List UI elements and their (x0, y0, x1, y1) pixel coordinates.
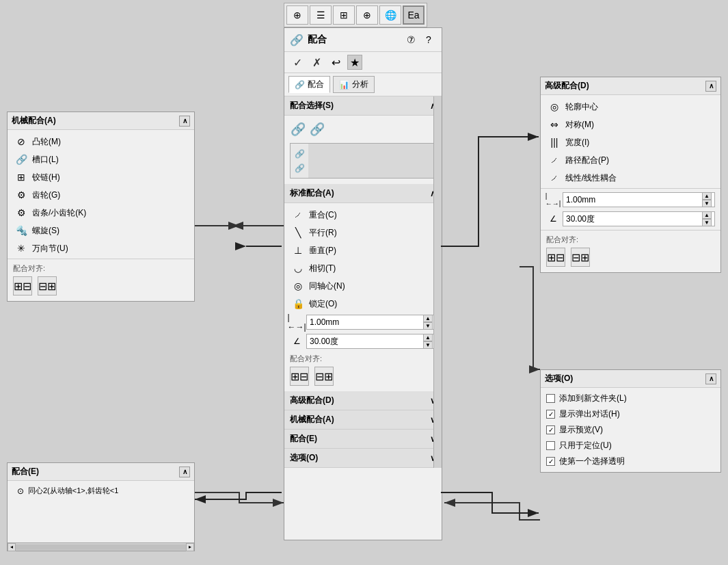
bottom-collapse-btn[interactable]: ∧ (179, 467, 190, 477)
adv-angle-icon: ∠ (546, 212, 560, 226)
sel-icon-top: 🔗 (295, 149, 305, 159)
adv-angle-input[interactable]: 30.00度 ▲ ▼ (563, 211, 715, 226)
standard-section-header[interactable]: 标准配合(A) ∧ (284, 184, 442, 203)
toolbar-btn-1[interactable]: ⊕ (286, 5, 308, 25)
selection-box[interactable]: 🔗 🔗 (290, 143, 436, 179)
tab-peihe-label: 配合 (308, 79, 324, 90)
peihe-action-buttons: ⑦ ? (403, 32, 436, 47)
mech-collapse-btn[interactable]: ∧ (179, 116, 190, 127)
item-parallel[interactable]: ╲ 平行(R) (284, 224, 442, 241)
toolbar-btn-5[interactable]: 🌐 (379, 5, 401, 25)
adv-divider1 (541, 188, 720, 189)
opt-item-preview[interactable]: ✓ 显示预览(V) (541, 422, 720, 438)
confirm-btn[interactable]: ✓ (290, 55, 305, 70)
mech-item-slot[interactable]: 🔗 槽口(L) (8, 150, 194, 168)
bottom-panel-header: 配合(E) ∧ (8, 463, 194, 481)
scroll-left[interactable]: ◂ (8, 543, 16, 551)
adv-align-label: 配合对齐: (546, 235, 578, 244)
bottom-scrollbar[interactable]: ◂ ▸ (8, 542, 194, 551)
adv-align-btn-2[interactable]: ⊟⊞ (571, 248, 590, 267)
profile-center-icon: ◎ (548, 100, 561, 114)
scroll-right[interactable]: ▸ (186, 543, 194, 551)
item-coincident[interactable]: ⟋ 重合(C) (284, 206, 442, 224)
scrollbar[interactable] (433, 96, 442, 468)
angle-down[interactable]: ▼ (423, 341, 433, 349)
undo-btn[interactable]: ↩ (328, 55, 343, 70)
distance-up[interactable]: ▲ (423, 315, 433, 322)
mech-align-btn-2[interactable]: ⊟⊞ (38, 276, 57, 295)
mech-panel-header: 机械配合(A) ∧ (8, 112, 194, 130)
adv-item-linear[interactable]: ⟋ 线性/线性耦合 (541, 169, 720, 187)
adv-angle-down[interactable]: ▼ (702, 219, 712, 226)
toolbar-btn-3[interactable]: ⊞ (333, 5, 355, 25)
item-perpendicular[interactable]: ⊥ 垂直(P) (284, 241, 442, 259)
tab-analysis[interactable]: 📊 分析 (333, 76, 375, 93)
peihe-e-section-header[interactable]: 配合(E) ∨ (284, 430, 442, 449)
pin-btn[interactable]: ★ (347, 55, 362, 70)
standard-section-label: 标准配合(A) (290, 187, 334, 199)
options-section-header[interactable]: 选项(O) ∨ (284, 449, 442, 468)
angle-icon: ∠ (290, 334, 304, 348)
main-toolbar: ⊕ ☰ ⊞ ⊕ 🌐 Ea (284, 3, 427, 27)
opt-item-popup[interactable]: ✓ 显示弹出对话(H) (541, 406, 720, 422)
opt-collapse-btn[interactable]: ∧ (705, 373, 716, 384)
sel-icon-bot: 🔗 (295, 163, 305, 173)
toolbar-btn-4[interactable]: ⊕ (356, 5, 378, 25)
selection-side-icons: 🔗 🔗 (291, 144, 308, 178)
bottom-panel: 配合(E) ∧ ⊙ 同心2(从动轴<1>,斜齿轮<1 ◂ ▸ (7, 462, 195, 551)
align-btn-1[interactable]: ⊞⊟ (290, 367, 309, 386)
opt-checkbox-transparent[interactable]: ✓ (546, 457, 555, 466)
mech-item-cam[interactable]: ⊘ 凸轮(M) (8, 133, 194, 150)
advanced-section-header[interactable]: 高级配合(D) ∨ (284, 391, 442, 410)
opt-checkbox-position[interactable] (546, 441, 555, 450)
adv-item-profile[interactable]: ◎ 轮廓中心 (541, 98, 720, 116)
hinge-icon: ⊞ (14, 170, 28, 184)
selection-input-area[interactable] (308, 144, 435, 178)
options-section-label: 选项(O) (290, 452, 318, 464)
adv-item-width[interactable]: ||| 宽度(I) (541, 133, 720, 151)
item-concentric[interactable]: ◎ 同轴心(N) (284, 277, 442, 295)
toolbar-btn-ea[interactable]: Ea (403, 5, 424, 25)
item-lock[interactable]: 🔒 锁定(O) (284, 295, 442, 313)
mech-item-gear[interactable]: ⚙ 齿轮(G) (8, 186, 194, 204)
distance-input[interactable]: 1.00mm ▲ ▼ (306, 315, 436, 330)
selection-icon2: 🔗 (309, 121, 325, 137)
mechanical-section-header[interactable]: 机械配合(A) ∨ (284, 410, 442, 430)
toolbar-btn-2[interactable]: ☰ (310, 5, 332, 25)
item-tangent[interactable]: ◡ 相切(T) (284, 259, 442, 277)
opt-checkbox-popup[interactable]: ✓ (546, 410, 555, 419)
width-label: 宽度(I) (565, 137, 589, 148)
bottom-item-concentric[interactable]: ⊙ 同心2(从动轴<1>,斜齿轮<1 (10, 484, 191, 498)
mech-align-btn-1[interactable]: ⊞⊟ (13, 276, 32, 295)
bottom-content: ⊙ 同心2(从动轴<1>,斜齿轮<1 ◂ ▸ (8, 481, 194, 501)
opt-checkbox-folder[interactable] (546, 394, 555, 403)
angle-up[interactable]: ▲ (423, 334, 433, 341)
mech-item-hinge[interactable]: ⊞ 铰链(H) (8, 168, 194, 186)
adv-item-symmetric[interactable]: ⇔ 对称(M) (541, 116, 720, 133)
align-btn-2[interactable]: ⊟⊞ (314, 367, 334, 386)
angle-input[interactable]: 30.00度 ▲ ▼ (306, 334, 436, 349)
opt-item-position[interactable]: 只用于定位(U) (541, 438, 720, 454)
cancel-btn[interactable]: ✗ (309, 55, 324, 70)
distance-down[interactable]: ▼ (423, 322, 433, 330)
adv-align-btn-1[interactable]: ⊞⊟ (546, 248, 565, 267)
advanced-section-label: 高级配合(D) (290, 395, 334, 406)
adv-angle-up[interactable]: ▲ (702, 211, 712, 219)
selection-section-header[interactable]: 配合选择(S) ∧ (284, 96, 442, 116)
tab-peihe[interactable]: 🔗 配合 (288, 76, 330, 93)
peihe-title-text: 配合 (308, 34, 327, 46)
opt-item-folder[interactable]: 添加到新文件夹(L) (541, 391, 720, 406)
standard-content: ⟋ 重合(C) ╲ 平行(R) ⊥ 垂直(P) ◡ 相切(T) ◎ 同轴心(N) (284, 203, 442, 391)
help2-btn[interactable]: ? (421, 32, 436, 47)
opt-item-transparent[interactable]: ✓ 使第一个选择透明 (541, 454, 720, 469)
mech-item-screw[interactable]: 🔩 螺旋(S) (8, 222, 194, 239)
help1-btn[interactable]: ⑦ (403, 32, 418, 47)
mech-item-universal[interactable]: ✳ 万向节(U) (8, 239, 194, 257)
adv-distance-input[interactable]: 1.00mm ▲ ▼ (563, 192, 715, 207)
opt-checkbox-preview[interactable]: ✓ (546, 425, 555, 434)
adv-item-path[interactable]: ⟋ 路径配合(P) (541, 151, 720, 169)
adv-distance-down[interactable]: ▼ (702, 200, 712, 207)
mech-item-rack[interactable]: ⚙ 齿条/小齿轮(K) (8, 204, 194, 222)
adv-distance-up[interactable]: ▲ (702, 192, 712, 200)
adv-collapse-btn[interactable]: ∧ (705, 81, 716, 92)
